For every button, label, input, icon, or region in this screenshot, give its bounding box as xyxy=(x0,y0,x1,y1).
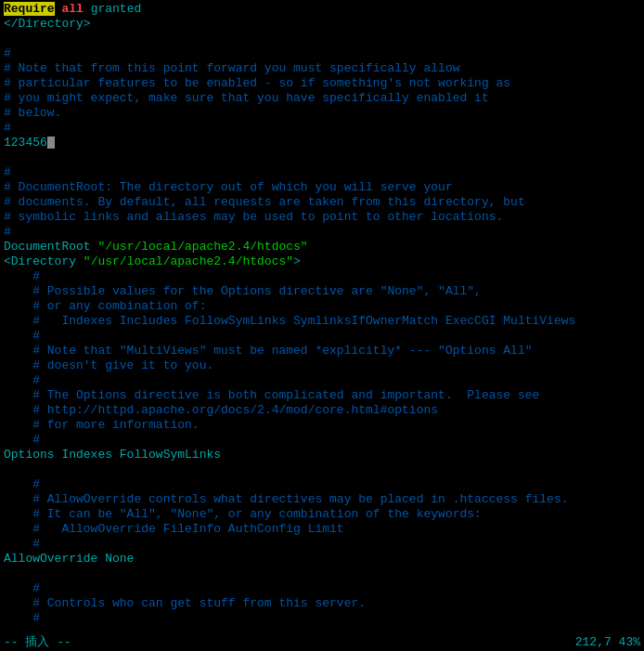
line-comment-26: # It can be "All", "None", or any combin… xyxy=(4,507,640,522)
line-comment-17: # Note that "MultiViews" must be named *… xyxy=(4,344,640,358)
line-comment-29: # xyxy=(4,581,640,596)
line-comment-7: # xyxy=(4,165,640,180)
cursor-position: 212,7 43% xyxy=(575,635,640,649)
line-comment-28: # xyxy=(4,537,640,552)
line-comment-20: # The Options directive is both complica… xyxy=(4,388,640,403)
all-keyword: all xyxy=(61,2,83,16)
line-comment-4: # you might expect, make sure that you h… xyxy=(4,91,640,106)
line-comment-25: # AllowOverride controls what directives… xyxy=(4,492,640,507)
line-comment-31: # xyxy=(4,611,640,626)
line-comment-11: # xyxy=(4,225,640,240)
content-area: Require all granted </Directory> # # Not… xyxy=(0,0,644,632)
line-options: Options Indexes FollowSymLinks xyxy=(4,448,640,462)
line-empty-1 xyxy=(4,32,640,46)
line-comment-16: # xyxy=(4,329,640,344)
line-comment-2: # Note that from this point forward you … xyxy=(4,61,640,76)
line-comment-10: # symbolic links and aliases may be used… xyxy=(4,210,640,225)
line-comment-9: # documents. By default, all requests ar… xyxy=(4,195,640,210)
line-comment-12: # xyxy=(4,269,640,284)
line-comment-1: # xyxy=(4,46,640,61)
line-comment-24: # xyxy=(4,477,640,492)
line-comment-21: # http://httpd.apache.org/docs/2.4/mod/c… xyxy=(4,403,640,418)
line-comment-23: # xyxy=(4,433,640,448)
line-comment-22: # for more information. xyxy=(4,418,640,433)
line-empty-2 xyxy=(4,150,640,165)
line-directory-open: <Directory "/usr/local/apache2.4/htdocs"… xyxy=(4,254,640,269)
line-comment-18: # doesn't give it to you. xyxy=(4,358,640,373)
line-comment-27: # AllowOverride FileInfo AuthConfig Limi… xyxy=(4,522,640,537)
editor: Require all granted </Directory> # # Not… xyxy=(0,0,644,651)
line-comment-30: # Controls who can get stuff from this s… xyxy=(4,596,640,611)
line-documentroot: DocumentRoot "/usr/local/apache2.4/htdoc… xyxy=(4,240,640,254)
line-comment-13: # Possible values for the Options direct… xyxy=(4,284,640,299)
line-comment-5: # below. xyxy=(4,106,640,121)
line-comment-6: # xyxy=(4,121,640,136)
line-require-granted: Require all granted xyxy=(4,2,640,17)
line-comment-19: # xyxy=(4,373,640,388)
line-comment-14: # or any combination of: xyxy=(4,299,640,314)
line-empty-4 xyxy=(4,566,640,581)
line-close-directory: </Directory> xyxy=(4,17,640,32)
require-keyword: Require xyxy=(4,2,55,16)
line-comment-3: # particular features to be enabled - so… xyxy=(4,76,640,91)
editor-mode: -- 插入 -- xyxy=(4,633,71,650)
line-comment-15: # Indexes Includes FollowSymLinks Symlin… xyxy=(4,314,640,329)
line-allowoverride: AllowOverride None xyxy=(4,552,640,566)
line-empty-5 xyxy=(4,626,640,632)
cursor xyxy=(47,137,55,149)
status-bar: -- 插入 -- 212,7 43% xyxy=(0,632,644,651)
line-empty-3 xyxy=(4,462,640,477)
line-input[interactable]: 123456 xyxy=(4,136,640,150)
line-comment-8: # DocumentRoot: The directory out of whi… xyxy=(4,180,640,195)
